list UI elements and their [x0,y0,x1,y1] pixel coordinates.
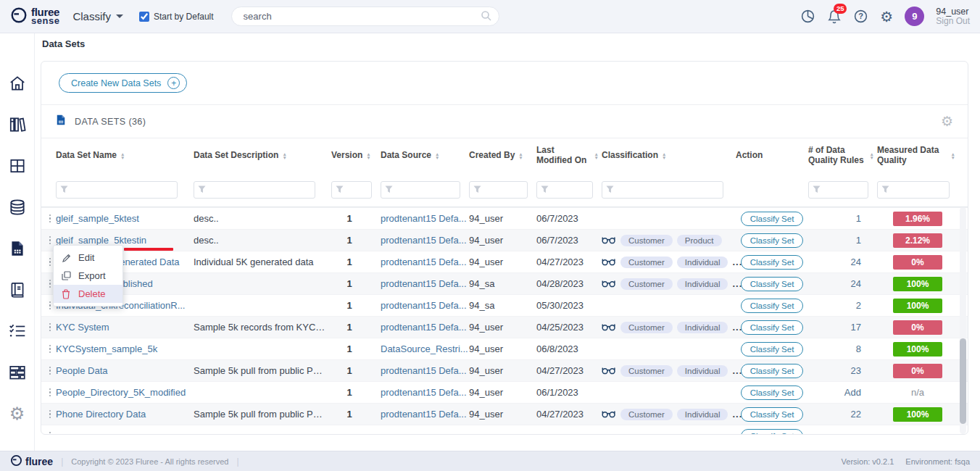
quality-rules-count[interactable]: 1 [808,235,877,246]
quality-rules-count[interactable]: 23 [808,365,877,376]
row-menu-kebab[interactable] [44,410,56,419]
filter-input-data-set-description[interactable] [194,181,315,199]
classify-set-button[interactable]: Classify Set [741,429,804,435]
dataset-name-link[interactable]: gleif_sample_5ktestin [56,235,194,246]
classify-set-button[interactable]: Classify Set [741,342,804,357]
vertical-scrollbar-thumb[interactable] [960,338,966,424]
filter-input-data-set-name[interactable] [56,181,178,199]
row-menu-kebab[interactable] [44,367,56,375]
column-header-of-data-quality-rules[interactable]: # of Data Quality Rules▲▼ [808,146,877,166]
glasses-icon[interactable] [602,257,616,268]
checklist-icon[interactable] [8,322,27,341]
quality-rules-count[interactable]: 1 [808,213,877,224]
avatar[interactable]: 9 [905,7,924,26]
glasses-icon[interactable] [602,365,616,377]
table-settings-gear-icon[interactable]: ⚙ [941,114,953,128]
data-source-link[interactable]: prodtenant15 Defa... [381,409,469,420]
database-icon[interactable] [8,198,27,217]
quality-rules-count[interactable]: 24 [808,257,877,267]
dataset-name-link[interactable]: KYCSystem_sample_5k [56,343,194,354]
column-header-version[interactable]: Version▲▼ [331,151,381,161]
search-input[interactable] [231,7,499,26]
row-menu-kebab[interactable] [44,388,56,397]
row-menu-kebab[interactable] [44,432,56,435]
glasses-icon[interactable] [602,235,616,246]
library-icon[interactable] [8,115,27,134]
glasses-icon[interactable] [602,322,616,333]
module-selector[interactable]: Classify [72,10,123,22]
data-source-link[interactable]: prodtenant15 Defa... [381,213,469,224]
created-by: 94_sa [469,300,536,311]
sort-icon[interactable]: ▲▼ [120,152,125,159]
dataset-name-link[interactable]: Phone Directory Data [56,409,194,420]
row-menu-kebab[interactable] [44,345,56,354]
menu-item-delete[interactable]: Delete [54,285,122,303]
quality-rules-count[interactable]: Add [808,387,877,398]
column-header-data-set-description[interactable]: Data Set Description▲▼ [194,151,331,161]
classify-set-button[interactable]: Classify Set [741,255,804,270]
classify-set-button[interactable]: Classify Set [741,407,804,422]
quality-rules-count[interactable]: 24 [808,278,877,289]
data-sets-file-icon[interactable] [8,239,27,258]
home-icon[interactable] [8,74,27,93]
dataset-name-link[interactable]: People Data [56,365,194,376]
sort-icon[interactable]: ▲▼ [366,152,370,159]
data-source-link[interactable]: prodtenant15 Defa... [381,387,469,398]
mappings-icon[interactable] [8,363,27,382]
quality-rules-count[interactable]: 22 [808,409,877,420]
grid-icon[interactable] [8,157,27,175]
pie-chart-icon[interactable] [800,9,815,24]
row-menu-kebab[interactable] [44,323,56,332]
data-source-link[interactable]: DataSource_Restri... [381,343,469,354]
classify-set-button[interactable]: Classify Set [741,364,804,378]
sort-icon[interactable]: ▲▼ [870,152,874,159]
filter-input-classification[interactable] [602,181,723,199]
glasses-icon[interactable] [602,278,616,290]
classify-set-button[interactable]: Classify Set [741,233,804,248]
data-source-link[interactable]: prodtenant15 Defa... [381,235,469,246]
brand-logo[interactable]: fluree sense [10,7,59,27]
classify-set-button[interactable]: Classify Set [741,299,804,313]
sort-icon[interactable]: ▲▼ [662,152,666,159]
sort-icon[interactable]: ▲▼ [594,152,599,159]
classify-set-button[interactable]: Classify Set [741,277,804,291]
kebab-dot [49,417,51,419]
sort-icon[interactable]: ▲▼ [435,152,439,159]
menu-item-edit[interactable]: Edit [54,249,122,267]
column-header-data-set-name[interactable]: Data Set Name▲▼ [56,151,194,161]
settings-clock-icon[interactable]: ⚙ [8,404,27,423]
gear-icon[interactable]: ⚙ [880,8,893,25]
help-icon[interactable]: ? [853,9,868,24]
dataset-name-link[interactable]: People_Directory_5K_modified [56,387,194,398]
classify-set-button[interactable]: Classify Set [741,212,804,226]
data-source-link[interactable]: prodtenant15 Defa... [381,322,469,333]
create-new-data-sets-button[interactable]: Create New Data Sets + [59,73,187,93]
data-source-link[interactable]: prodtenant15 Defa... [381,365,469,376]
glasses-icon[interactable] [602,409,616,420]
row-menu-kebab[interactable] [44,214,56,223]
journal-icon[interactable] [8,280,27,299]
classify-set-button[interactable]: Classify Set [741,320,804,335]
column-header-data-source[interactable]: Data Source▲▼ [381,151,469,161]
column-header-measured-data-quality[interactable]: Measured Data Quality▲▼ [877,146,958,166]
column-header-created-by[interactable]: Created By▲▼ [469,151,536,161]
dataset-name-link[interactable]: gleif_sample_5ktest [56,213,194,224]
sort-icon[interactable]: ▲▼ [951,152,955,159]
quality-rules-count[interactable]: 17 [808,322,877,333]
sign-out-link[interactable]: Sign Out [936,17,970,26]
row-menu-kebab[interactable] [44,236,56,245]
data-source-link[interactable]: prodtenant15 Defa... [381,257,469,267]
dataset-name-link[interactable]: KYC System [56,322,194,333]
data-source-link[interactable]: prodtenant15 Defa... [381,278,469,289]
menu-item-export[interactable]: Export [54,267,122,285]
column-header-classification[interactable]: Classification▲▼ [602,151,736,161]
bell-icon[interactable]: 25 [827,9,842,25]
quality-rules-count[interactable]: 8 [808,343,877,354]
classify-set-button[interactable]: Classify Set [741,385,804,400]
sort-icon[interactable]: ▲▼ [518,152,523,159]
data-source-link[interactable]: prodtenant15 Defa... [381,300,469,311]
sort-icon[interactable]: ▲▼ [282,152,286,159]
quality-rules-count[interactable]: 2 [808,300,877,311]
start-by-default-checkbox[interactable] [139,12,149,22]
column-header-last-modified-on[interactable]: Last Modified On▲▼ [536,146,602,166]
